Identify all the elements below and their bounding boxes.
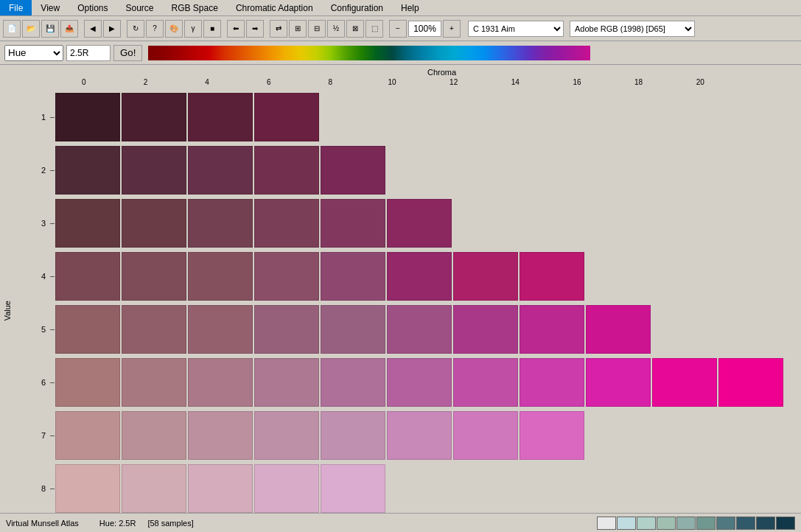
color-cell-v6-c8[interactable]	[321, 358, 385, 407]
color-cell-v6-c18[interactable]	[652, 358, 717, 407]
color-cell-v3-c6[interactable]	[254, 199, 319, 248]
prev-btn[interactable]: ◀	[84, 20, 102, 38]
square-btn[interactable]: ■	[203, 20, 221, 38]
back-btn[interactable]: ⬅	[227, 20, 245, 38]
bottom-swatch-6[interactable]	[716, 517, 735, 530]
hue-value-input[interactable]	[66, 45, 111, 61]
bottom-swatch-8[interactable]	[756, 517, 775, 530]
color-cell-v7-c0[interactable]	[55, 411, 120, 460]
forward-btn[interactable]: ➡	[246, 20, 264, 38]
color-cell-v6-c4[interactable]	[188, 358, 253, 407]
color-cell-v5-c8[interactable]	[321, 305, 385, 354]
bottom-swatch-3[interactable]	[657, 517, 676, 530]
color-cell-v2-c2[interactable]	[122, 146, 186, 195]
color-cell-v6-c14[interactable]	[520, 358, 584, 407]
new-btn[interactable]: 📄	[3, 20, 21, 38]
next-btn[interactable]: ▶	[103, 20, 121, 38]
bottom-swatch-2[interactable]	[637, 517, 656, 530]
menu-view[interactable]: View	[32, 0, 69, 15]
color-cell-v7-c8[interactable]	[321, 411, 385, 460]
color-cell-v8-c8[interactable]	[321, 464, 385, 513]
color-cell-v5-c6[interactable]	[254, 305, 319, 354]
bottom-swatch-5[interactable]	[696, 517, 716, 530]
color-cell-v5-c0[interactable]	[55, 305, 120, 354]
menu-rgb-space[interactable]: RGB Space	[163, 0, 227, 15]
screen-btn[interactable]: ⬚	[365, 20, 383, 38]
save-btn[interactable]: 💾	[41, 20, 59, 38]
color-cell-v5-c12[interactable]	[453, 305, 518, 354]
color-cell-v4-c2[interactable]	[122, 252, 186, 301]
color-cell-v3-c0[interactable]	[55, 199, 120, 248]
color-cell-v1-c6[interactable]	[254, 93, 319, 141]
menu-configuration[interactable]: Configuration	[322, 0, 392, 15]
color-cell-v7-c12[interactable]	[453, 411, 518, 460]
color-cell-v8-c2[interactable]	[122, 464, 186, 513]
color-cell-v6-c6[interactable]	[254, 358, 319, 407]
color-btn[interactable]: 🎨	[165, 20, 183, 38]
color-cell-v6-c10[interactable]	[387, 358, 452, 407]
half-btn[interactable]: ½	[327, 20, 345, 38]
gamma-btn[interactable]: γ	[184, 20, 202, 38]
flip-btn[interactable]: ⇄	[270, 20, 287, 38]
zoom-out-btn[interactable]: −	[389, 20, 407, 38]
export-btn[interactable]: 📤	[60, 20, 78, 38]
color-cell-v4-c8[interactable]	[321, 252, 385, 301]
color-cell-v8-c4[interactable]	[188, 464, 253, 513]
color-cell-v2-c4[interactable]	[188, 146, 253, 195]
color-cell-v4-c14[interactable]	[520, 252, 584, 301]
color-cell-v8-c0[interactable]	[55, 464, 120, 513]
color-cell-v7-c14[interactable]	[520, 411, 584, 460]
info-btn[interactable]: ?	[146, 20, 164, 38]
color-cell-v7-c10[interactable]	[387, 411, 452, 460]
color-cell-v4-c10[interactable]	[387, 252, 452, 301]
bottom-swatch-4[interactable]	[676, 517, 696, 530]
menu-source[interactable]: Source	[117, 0, 163, 15]
color-cell-v5-c16[interactable]	[586, 305, 651, 354]
color-cell-v4-c6[interactable]	[254, 252, 319, 301]
color-cell-v1-c2[interactable]	[122, 93, 186, 141]
menu-help[interactable]: Help	[392, 0, 428, 15]
color-cell-v4-c0[interactable]	[55, 252, 120, 301]
color-cell-v6-c16[interactable]	[586, 358, 651, 407]
color-cell-v3-c8[interactable]	[321, 199, 385, 248]
color-cell-v2-c0[interactable]	[55, 146, 120, 195]
color-cell-v2-c6[interactable]	[254, 146, 319, 195]
color-cell-v2-c8[interactable]	[321, 146, 385, 195]
bottom-swatch-9[interactable]	[776, 517, 795, 530]
color-cell-v6-c0[interactable]	[55, 358, 120, 407]
color-cell-v5-c2[interactable]	[122, 305, 186, 354]
color-cell-v5-c10[interactable]	[387, 305, 452, 354]
color-cell-v7-c4[interactable]	[188, 411, 253, 460]
color-cell-v8-c6[interactable]	[254, 464, 319, 513]
color-cell-v6-c20[interactable]	[718, 358, 783, 407]
color-cell-v4-c12[interactable]	[453, 252, 518, 301]
menu-chromatic[interactable]: Chromatic Adaption	[227, 0, 322, 15]
resize-btn[interactable]: ⊞	[289, 20, 307, 38]
profile2-select[interactable]: Adobe RGB (1998) [D65]	[570, 21, 695, 37]
rotate-btn[interactable]: ↻	[127, 20, 144, 38]
menu-options[interactable]: Options	[69, 0, 116, 15]
color-cell-v3-c10[interactable]	[387, 199, 452, 248]
menu-file[interactable]: File	[0, 0, 32, 15]
bottom-swatch-1[interactable]	[617, 517, 636, 530]
expand-btn[interactable]: ⊠	[346, 20, 364, 38]
color-cell-v7-c6[interactable]	[254, 411, 319, 460]
color-cell-v1-c0[interactable]	[55, 93, 120, 141]
open-btn[interactable]: 📂	[22, 20, 40, 38]
hue-type-select[interactable]: Hue	[4, 45, 63, 61]
color-cell-v5-c14[interactable]	[520, 305, 584, 354]
color-cell-v1-c4[interactable]	[188, 93, 253, 141]
color-cell-v3-c2[interactable]	[122, 199, 186, 248]
color-cell-v4-c4[interactable]	[188, 252, 253, 301]
bottom-swatch-0[interactable]	[597, 517, 616, 530]
color-cell-v6-c2[interactable]	[122, 358, 186, 407]
scale-btn[interactable]: ⊟	[308, 20, 326, 38]
zoom-in-btn[interactable]: +	[443, 20, 461, 38]
go-button[interactable]: Go!	[113, 45, 142, 61]
color-cell-v6-c12[interactable]	[453, 358, 518, 407]
profile1-select[interactable]: C 1931 Aim	[468, 21, 564, 37]
color-cell-v7-c2[interactable]	[122, 411, 186, 460]
bottom-swatch-7[interactable]	[736, 517, 755, 530]
color-cell-v3-c4[interactable]	[188, 199, 253, 248]
color-cell-v5-c4[interactable]	[188, 305, 253, 354]
